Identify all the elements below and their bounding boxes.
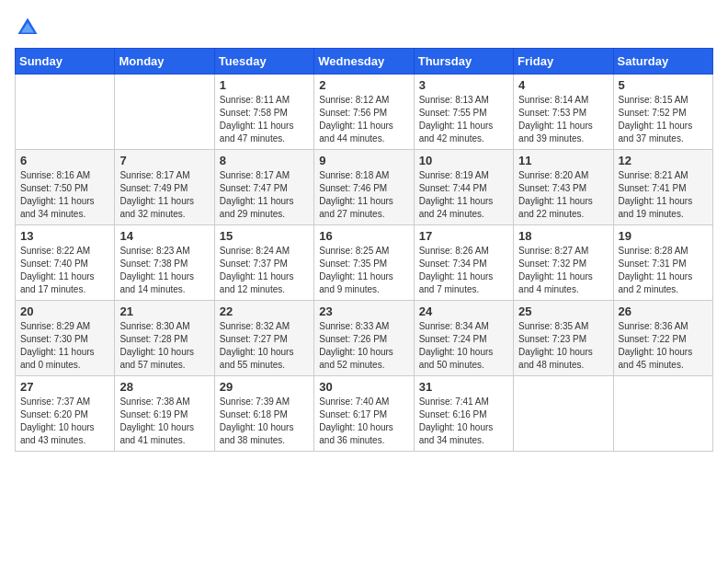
column-header-tuesday: Tuesday [214,49,313,75]
day-info: Sunrise: 8:28 AM Sunset: 7:31 PM Dayligh… [619,245,708,296]
column-header-friday: Friday [514,49,613,75]
day-number: 31 [419,380,508,394]
day-number: 18 [518,229,608,243]
day-info: Sunrise: 8:26 AM Sunset: 7:34 PM Dayligh… [419,245,508,296]
calendar-cell: 26Sunrise: 8:36 AM Sunset: 7:22 PM Dayli… [613,301,712,376]
calendar-cell: 27Sunrise: 7:37 AM Sunset: 6:20 PM Dayli… [16,376,115,452]
calendar-cell: 10Sunrise: 8:19 AM Sunset: 7:44 PM Dayli… [414,150,513,225]
day-info: Sunrise: 7:38 AM Sunset: 6:19 PM Dayligh… [119,396,209,447]
day-info: Sunrise: 8:14 AM Sunset: 7:53 PM Dayligh… [518,94,608,145]
day-number: 2 [319,78,408,92]
calendar-cell: 28Sunrise: 7:38 AM Sunset: 6:19 PM Dayli… [115,376,214,452]
calendar-cell: 7Sunrise: 8:17 AM Sunset: 7:49 PM Daylig… [115,150,214,225]
week-row-5: 27Sunrise: 7:37 AM Sunset: 6:20 PM Dayli… [16,376,713,452]
calendar-cell: 2Sunrise: 8:12 AM Sunset: 7:56 PM Daylig… [314,75,414,150]
calendar-cell: 4Sunrise: 8:14 AM Sunset: 7:53 PM Daylig… [514,75,613,150]
column-header-wednesday: Wednesday [314,49,414,75]
column-header-saturday: Saturday [613,49,712,75]
day-info: Sunrise: 8:20 AM Sunset: 7:43 PM Dayligh… [518,169,608,221]
day-info: Sunrise: 8:13 AM Sunset: 7:55 PM Dayligh… [419,94,508,145]
day-info: Sunrise: 8:35 AM Sunset: 7:23 PM Dayligh… [518,320,608,372]
calendar-cell: 15Sunrise: 8:24 AM Sunset: 7:37 PM Dayli… [214,225,313,301]
calendar-cell: 9Sunrise: 8:18 AM Sunset: 7:46 PM Daylig… [314,150,414,225]
calendar-cell: 17Sunrise: 8:26 AM Sunset: 7:34 PM Dayli… [414,225,513,301]
day-number: 26 [619,304,708,318]
calendar-cell: 13Sunrise: 8:22 AM Sunset: 7:40 PM Dayli… [16,225,115,301]
logo-icon [15,15,40,40]
day-info: Sunrise: 8:34 AM Sunset: 7:24 PM Dayligh… [419,320,508,372]
day-number: 15 [220,229,309,243]
day-info: Sunrise: 8:19 AM Sunset: 7:44 PM Dayligh… [419,169,508,221]
day-info: Sunrise: 8:32 AM Sunset: 7:27 PM Dayligh… [220,320,309,372]
day-info: Sunrise: 8:21 AM Sunset: 7:41 PM Dayligh… [619,169,708,221]
day-info: Sunrise: 8:30 AM Sunset: 7:28 PM Dayligh… [119,320,209,372]
calendar-cell [115,75,214,150]
column-header-monday: Monday [115,49,214,75]
day-info: Sunrise: 8:36 AM Sunset: 7:22 PM Dayligh… [619,320,708,372]
day-number: 21 [119,304,209,318]
day-number: 12 [619,154,708,167]
week-row-4: 20Sunrise: 8:29 AM Sunset: 7:30 PM Dayli… [16,301,713,376]
day-info: Sunrise: 8:24 AM Sunset: 7:37 PM Dayligh… [220,245,309,296]
day-info: Sunrise: 8:29 AM Sunset: 7:30 PM Dayligh… [20,320,109,372]
calendar-cell [16,75,115,150]
calendar-cell: 22Sunrise: 8:32 AM Sunset: 7:27 PM Dayli… [214,301,313,376]
calendar-cell: 16Sunrise: 8:25 AM Sunset: 7:35 PM Dayli… [314,225,414,301]
day-info: Sunrise: 8:27 AM Sunset: 7:32 PM Dayligh… [518,245,608,296]
day-number: 20 [20,304,109,318]
calendar-cell: 6Sunrise: 8:16 AM Sunset: 7:50 PM Daylig… [16,150,115,225]
header-row: SundayMondayTuesdayWednesdayThursdayFrid… [16,49,713,75]
day-info: Sunrise: 8:22 AM Sunset: 7:40 PM Dayligh… [20,245,109,296]
day-number: 13 [20,229,109,243]
day-number: 9 [319,154,408,167]
calendar-table: SundayMondayTuesdayWednesdayThursdayFrid… [15,48,713,452]
logo [15,15,44,40]
calendar-cell: 19Sunrise: 8:28 AM Sunset: 7:31 PM Dayli… [613,225,712,301]
day-info: Sunrise: 8:23 AM Sunset: 7:38 PM Dayligh… [119,245,209,296]
calendar-cell: 5Sunrise: 8:15 AM Sunset: 7:52 PM Daylig… [613,75,712,150]
day-info: Sunrise: 7:40 AM Sunset: 6:17 PM Dayligh… [319,396,408,447]
week-row-1: 1Sunrise: 8:11 AM Sunset: 7:58 PM Daylig… [16,75,713,150]
week-row-3: 13Sunrise: 8:22 AM Sunset: 7:40 PM Dayli… [16,225,713,301]
day-number: 25 [518,304,608,318]
day-number: 30 [319,380,408,394]
day-number: 3 [419,78,508,92]
calendar-cell: 25Sunrise: 8:35 AM Sunset: 7:23 PM Dayli… [514,301,613,376]
week-row-2: 6Sunrise: 8:16 AM Sunset: 7:50 PM Daylig… [16,150,713,225]
day-info: Sunrise: 8:25 AM Sunset: 7:35 PM Dayligh… [319,245,408,296]
calendar-cell: 1Sunrise: 8:11 AM Sunset: 7:58 PM Daylig… [214,75,313,150]
calendar-cell: 20Sunrise: 8:29 AM Sunset: 7:30 PM Dayli… [16,301,115,376]
day-number: 29 [220,380,309,394]
day-number: 22 [220,304,309,318]
day-number: 23 [319,304,408,318]
day-number: 16 [319,229,408,243]
calendar-cell: 30Sunrise: 7:40 AM Sunset: 6:17 PM Dayli… [314,376,414,452]
day-number: 8 [220,154,309,167]
column-header-sunday: Sunday [16,49,115,75]
calendar-cell: 29Sunrise: 7:39 AM Sunset: 6:18 PM Dayli… [214,376,313,452]
day-info: Sunrise: 8:16 AM Sunset: 7:50 PM Dayligh… [20,169,109,221]
page-header [15,15,713,40]
day-number: 27 [20,380,109,394]
day-number: 5 [619,78,708,92]
day-number: 11 [518,154,608,167]
calendar-cell [613,376,712,452]
day-number: 6 [20,154,109,167]
calendar-cell: 21Sunrise: 8:30 AM Sunset: 7:28 PM Dayli… [115,301,214,376]
day-number: 24 [419,304,508,318]
day-info: Sunrise: 8:33 AM Sunset: 7:26 PM Dayligh… [319,320,408,372]
day-info: Sunrise: 7:39 AM Sunset: 6:18 PM Dayligh… [220,396,309,447]
day-number: 19 [619,229,708,243]
day-number: 4 [518,78,608,92]
calendar-cell: 31Sunrise: 7:41 AM Sunset: 6:16 PM Dayli… [414,376,513,452]
day-number: 14 [119,229,209,243]
column-header-thursday: Thursday [414,49,513,75]
calendar-cell: 14Sunrise: 8:23 AM Sunset: 7:38 PM Dayli… [115,225,214,301]
day-info: Sunrise: 8:17 AM Sunset: 7:47 PM Dayligh… [220,169,309,221]
day-info: Sunrise: 7:41 AM Sunset: 6:16 PM Dayligh… [419,396,508,447]
calendar-cell: 3Sunrise: 8:13 AM Sunset: 7:55 PM Daylig… [414,75,513,150]
day-number: 10 [419,154,508,167]
calendar-cell: 12Sunrise: 8:21 AM Sunset: 7:41 PM Dayli… [613,150,712,225]
calendar-cell [514,376,613,452]
day-info: Sunrise: 8:17 AM Sunset: 7:49 PM Dayligh… [119,169,209,221]
